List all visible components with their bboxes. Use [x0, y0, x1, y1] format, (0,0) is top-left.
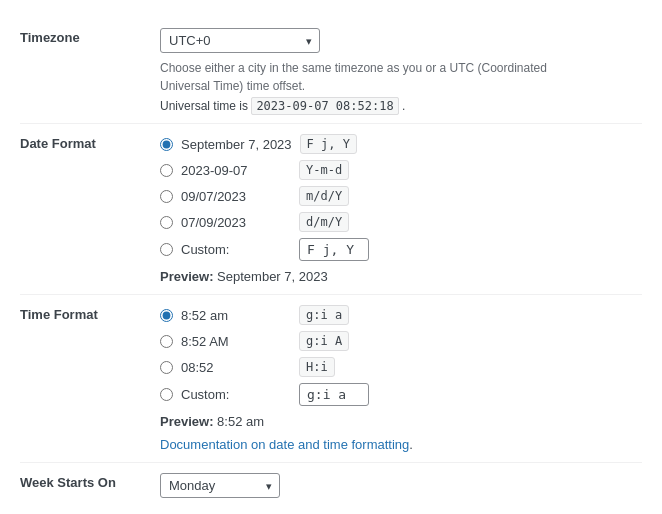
universal-time-value: 2023-09-07 08:52:18: [251, 97, 398, 115]
week-starts-on-row: Week Starts On Sunday Monday Tuesday Wed…: [20, 463, 642, 509]
date-format-option-3: 09/07/2023 m/d/Y: [160, 186, 642, 206]
timezone-label: Timezone: [20, 18, 160, 124]
universal-time-prefix: Universal time is: [160, 99, 248, 113]
date-format-preview-value: September 7, 2023: [217, 269, 328, 284]
date-format-option-2: 2023-09-07 Y-m-d: [160, 160, 642, 180]
universal-time-suffix: .: [402, 99, 405, 113]
time-format-custom-input[interactable]: [299, 383, 369, 406]
time-format-option-3: 08:52 H:i: [160, 357, 642, 377]
date-format-row: Date Format September 7, 2023 F j, Y 202…: [20, 124, 642, 295]
timezone-cell: UTC+0 Choose either a city in the same t…: [160, 18, 642, 124]
date-format-preview-label: Preview:: [160, 269, 213, 284]
time-format-label-custom[interactable]: Custom:: [181, 387, 291, 402]
time-format-label-3[interactable]: 08:52: [181, 360, 291, 375]
timezone-select[interactable]: UTC+0: [160, 28, 320, 53]
date-format-label-1[interactable]: September 7, 2023: [181, 137, 292, 152]
settings-table: Timezone UTC+0 Choose either a city in t…: [20, 18, 642, 508]
date-format-code-3: m/d/Y: [299, 186, 349, 206]
time-format-radio-custom[interactable]: [160, 388, 173, 401]
date-format-cell: September 7, 2023 F j, Y 2023-09-07 Y-m-…: [160, 124, 642, 295]
time-format-option-1: 8:52 am g:i a: [160, 305, 642, 325]
time-format-code-2: g:i A: [299, 331, 349, 351]
date-format-label-4[interactable]: 07/09/2023: [181, 215, 291, 230]
week-starts-on-select[interactable]: Sunday Monday Tuesday Wednesday Thursday…: [160, 473, 280, 498]
time-format-row: Time Format 8:52 am g:i a 8:52 AM: [20, 295, 642, 463]
date-format-label-3[interactable]: 09/07/2023: [181, 189, 291, 204]
date-format-code-2: Y-m-d: [299, 160, 349, 180]
time-format-options: 8:52 am g:i a 8:52 AM g:i A 08:52: [160, 305, 642, 406]
date-format-option-1: September 7, 2023 F j, Y: [160, 134, 642, 154]
time-format-doc-link-paragraph: Documentation on date and time formattin…: [160, 437, 642, 452]
date-format-label: Date Format: [20, 124, 160, 295]
week-starts-on-label: Week Starts On: [20, 463, 160, 509]
timezone-help: Choose either a city in the same timezon…: [160, 59, 580, 95]
date-format-radio-custom[interactable]: [160, 243, 173, 256]
date-format-radio-2[interactable]: [160, 164, 173, 177]
date-format-custom-input[interactable]: [299, 238, 369, 261]
time-format-radio-2[interactable]: [160, 335, 173, 348]
date-format-code-4: d/m/Y: [299, 212, 349, 232]
date-format-preview: Preview: September 7, 2023: [160, 269, 642, 284]
universal-time: Universal time is 2023-09-07 08:52:18 .: [160, 99, 642, 113]
time-format-option-custom: Custom:: [160, 383, 642, 406]
time-format-label-2[interactable]: 8:52 AM: [181, 334, 291, 349]
date-format-option-custom: Custom:: [160, 238, 642, 261]
date-format-radio-1[interactable]: [160, 138, 173, 151]
time-format-radio-1[interactable]: [160, 309, 173, 322]
time-format-cell: 8:52 am g:i a 8:52 AM g:i A 08:52: [160, 295, 642, 463]
week-starts-on-cell: Sunday Monday Tuesday Wednesday Thursday…: [160, 463, 642, 509]
week-starts-on-select-wrapper[interactable]: Sunday Monday Tuesday Wednesday Thursday…: [160, 473, 280, 498]
timezone-select-wrapper[interactable]: UTC+0: [160, 28, 320, 53]
time-format-doc-link[interactable]: Documentation on date and time formattin…: [160, 437, 409, 452]
date-format-label-custom[interactable]: Custom:: [181, 242, 291, 257]
date-format-label-2[interactable]: 2023-09-07: [181, 163, 291, 178]
time-format-code-1: g:i a: [299, 305, 349, 325]
time-format-radio-3[interactable]: [160, 361, 173, 374]
time-format-label: Time Format: [20, 295, 160, 463]
date-format-option-4: 07/09/2023 d/m/Y: [160, 212, 642, 232]
time-format-preview-value: 8:52 am: [217, 414, 264, 429]
settings-page: Timezone UTC+0 Choose either a city in t…: [0, 0, 662, 514]
time-format-preview: Preview: 8:52 am: [160, 414, 642, 429]
time-format-option-2: 8:52 AM g:i A: [160, 331, 642, 351]
date-format-options: September 7, 2023 F j, Y 2023-09-07 Y-m-…: [160, 134, 642, 261]
timezone-row: Timezone UTC+0 Choose either a city in t…: [20, 18, 642, 124]
time-format-doc-link-suffix: .: [409, 437, 413, 452]
date-format-radio-3[interactable]: [160, 190, 173, 203]
time-format-code-3: H:i: [299, 357, 335, 377]
time-format-preview-label: Preview:: [160, 414, 213, 429]
time-format-label-1[interactable]: 8:52 am: [181, 308, 291, 323]
date-format-code-1: F j, Y: [300, 134, 357, 154]
date-format-radio-4[interactable]: [160, 216, 173, 229]
